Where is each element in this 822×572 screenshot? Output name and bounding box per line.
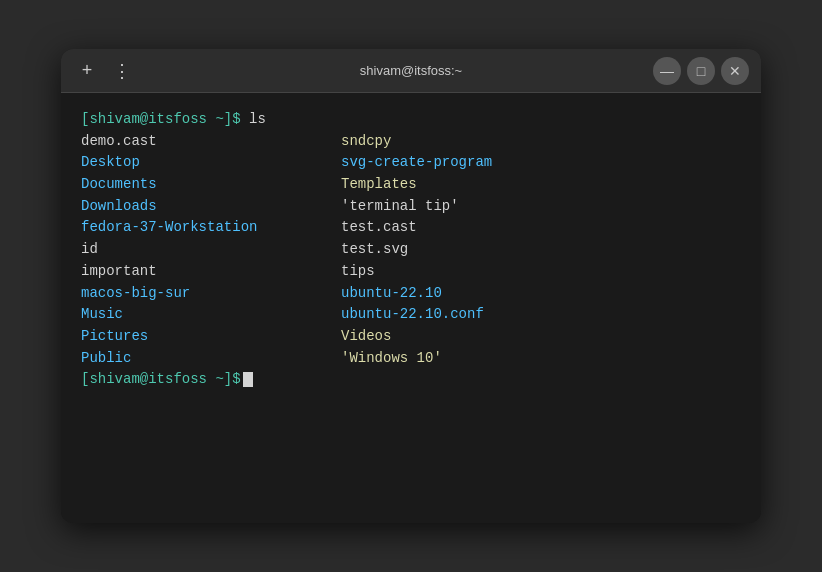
prompt-2: [shivam@itsfoss ~]$ bbox=[81, 371, 241, 387]
cursor bbox=[243, 372, 253, 387]
list-item: ubuntu-22.10.conf bbox=[341, 304, 741, 326]
list-item: ubuntu-22.10 bbox=[341, 283, 741, 305]
ls-col-left: demo.cast Desktop Documents Downloads fe… bbox=[81, 131, 341, 370]
list-item: Public bbox=[81, 348, 341, 370]
list-item: test.cast bbox=[341, 217, 741, 239]
list-item: Templates bbox=[341, 174, 741, 196]
maximize-button[interactable]: □ bbox=[687, 57, 715, 85]
list-item: demo.cast bbox=[81, 131, 341, 153]
titlebar-left: + ⋮ bbox=[73, 57, 298, 85]
ls-output: demo.cast Desktop Documents Downloads fe… bbox=[81, 131, 741, 370]
titlebar: + ⋮ shivam@itsfoss:~ — □ ✕ bbox=[61, 49, 761, 93]
menu-button[interactable]: ⋮ bbox=[109, 57, 137, 85]
list-item: Music bbox=[81, 304, 341, 326]
list-item: macos-big-sur bbox=[81, 283, 341, 305]
list-item: fedora-37-Workstation bbox=[81, 217, 341, 239]
new-tab-button[interactable]: + bbox=[73, 57, 101, 85]
list-item: tips bbox=[341, 261, 741, 283]
list-item: important bbox=[81, 261, 341, 283]
list-item: Pictures bbox=[81, 326, 341, 348]
list-item: Videos bbox=[341, 326, 741, 348]
prompt-line-2: [shivam@itsfoss ~]$ bbox=[81, 369, 741, 391]
list-item: id bbox=[81, 239, 341, 261]
prompt-1: [shivam@itsfoss ~]$ bbox=[81, 111, 241, 127]
ls-col-right: sndcpy svg-create-program Templates 'ter… bbox=[341, 131, 741, 370]
command-1: ls bbox=[241, 111, 266, 127]
prompt-line-1: [shivam@itsfoss ~]$ ls bbox=[81, 109, 741, 131]
list-item: Desktop bbox=[81, 152, 341, 174]
list-item: Documents bbox=[81, 174, 341, 196]
list-item: sndcpy bbox=[341, 131, 741, 153]
list-item: svg-create-program bbox=[341, 152, 741, 174]
minimize-button[interactable]: — bbox=[653, 57, 681, 85]
list-item: test.svg bbox=[341, 239, 741, 261]
list-item: Downloads bbox=[81, 196, 341, 218]
list-item: 'terminal tip' bbox=[341, 196, 741, 218]
terminal-window: + ⋮ shivam@itsfoss:~ — □ ✕ [shivam@itsfo… bbox=[61, 49, 761, 523]
terminal-body[interactable]: [shivam@itsfoss ~]$ ls demo.cast Desktop… bbox=[61, 93, 761, 523]
window-title: shivam@itsfoss:~ bbox=[298, 63, 523, 78]
close-button[interactable]: ✕ bbox=[721, 57, 749, 85]
list-item: 'Windows 10' bbox=[341, 348, 741, 370]
titlebar-right: — □ ✕ bbox=[524, 57, 749, 85]
